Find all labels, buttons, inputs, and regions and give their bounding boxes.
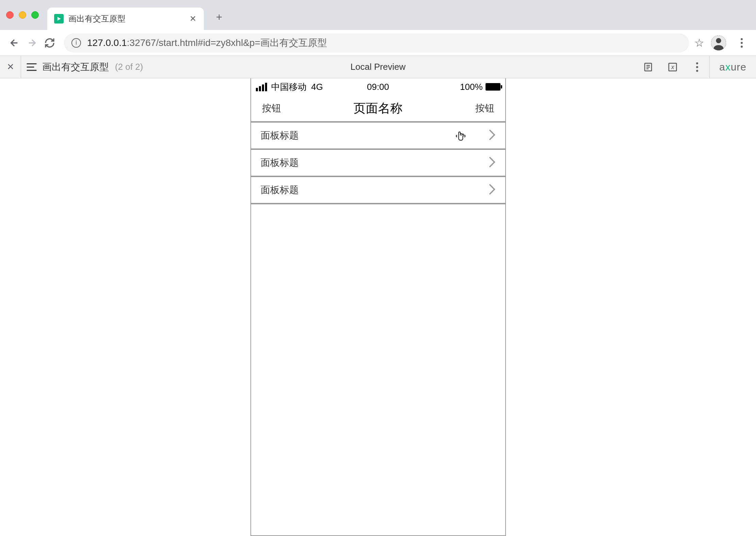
carrier-label: 中国移动: [271, 81, 307, 93]
svg-marker-0: [57, 17, 61, 20]
battery-status: 100%: [460, 82, 500, 92]
chevron-right-icon: [488, 156, 496, 170]
list-item-title: 面板标题: [261, 184, 299, 196]
status-time: 09:00: [367, 82, 389, 92]
window-controls: [6, 11, 39, 19]
profile-avatar[interactable]: [711, 35, 726, 50]
browser-menu-button[interactable]: [733, 34, 751, 52]
browser-chrome: 画出有交互原型 ✕ + i 127.0.0.1:32767/start.html…: [0, 0, 756, 56]
axure-page-name: 画出有交互原型: [42, 61, 109, 74]
forward-button[interactable]: [23, 34, 41, 52]
axure-more-button[interactable]: [685, 56, 709, 78]
svg-text:x: x: [671, 64, 675, 70]
axure-notes-button[interactable]: [636, 56, 660, 78]
new-tab-button[interactable]: +: [211, 9, 228, 26]
axure-page-count: (2 of 2): [115, 62, 143, 72]
site-info-icon[interactable]: i: [71, 38, 81, 48]
window-minimize-button[interactable]: [19, 11, 26, 19]
axure-logo[interactable]: axure: [709, 56, 756, 78]
nav-right-button[interactable]: 按钮: [475, 102, 494, 115]
back-button[interactable]: [5, 34, 23, 52]
axure-toolbar: ✕ 画出有交互原型 (2 of 2) Local Preview x axure: [0, 56, 756, 78]
tab-close-button[interactable]: ✕: [189, 15, 197, 23]
axure-console-button[interactable]: x: [660, 56, 685, 78]
mobile-status-bar: 中国移动 4G 09:00 100%: [251, 78, 505, 95]
chevron-right-icon: [488, 183, 496, 197]
list-item-title: 面板标题: [261, 156, 299, 169]
battery-percentage: 100%: [460, 82, 483, 92]
list-item[interactable]: 面板标题: [251, 150, 505, 177]
tab-bar: 画出有交互原型 ✕ +: [0, 0, 756, 30]
url-text: 127.0.0.1:32767/start.html#id=zy8xhl&p=画…: [87, 36, 327, 49]
nav-title: 页面名称: [354, 100, 402, 117]
tab-title: 画出有交互原型: [68, 13, 189, 24]
list-item[interactable]: 面板标题: [251, 123, 505, 150]
mobile-nav-header: 按钮 页面名称 按钮: [251, 95, 505, 123]
battery-icon: [486, 83, 500, 91]
svg-point-2: [716, 38, 721, 43]
tab-favicon-icon: [54, 14, 64, 23]
axure-sitemap-button[interactable]: [21, 56, 42, 78]
axure-close-button[interactable]: ✕: [0, 56, 21, 78]
window-close-button[interactable]: [6, 11, 14, 19]
bookmark-star-icon[interactable]: ☆: [694, 36, 704, 49]
network-label: 4G: [311, 82, 323, 92]
list-item-title: 面板标题: [261, 129, 299, 142]
browser-tab[interactable]: 画出有交互原型 ✕: [47, 7, 204, 30]
window-maximize-button[interactable]: [31, 11, 39, 19]
mobile-frame: 中国移动 4G 09:00 100% 按钮 页面名称 按钮 面板标题 面板标题: [250, 78, 506, 536]
nav-left-button[interactable]: 按钮: [262, 102, 281, 115]
signal-icon: [256, 83, 267, 91]
reload-button[interactable]: [41, 34, 59, 52]
address-bar: i 127.0.0.1:32767/start.html#id=zy8xhl&p…: [0, 30, 756, 56]
list-item[interactable]: 面板标题: [251, 177, 505, 204]
preview-area: 中国移动 4G 09:00 100% 按钮 页面名称 按钮 面板标题 面板标题: [0, 78, 756, 536]
url-field[interactable]: i 127.0.0.1:32767/start.html#id=zy8xhl&p…: [64, 33, 689, 52]
axure-preview-label: Local Preview: [350, 62, 406, 72]
chevron-right-icon: [488, 129, 496, 142]
address-bar-right: ☆: [694, 34, 751, 52]
